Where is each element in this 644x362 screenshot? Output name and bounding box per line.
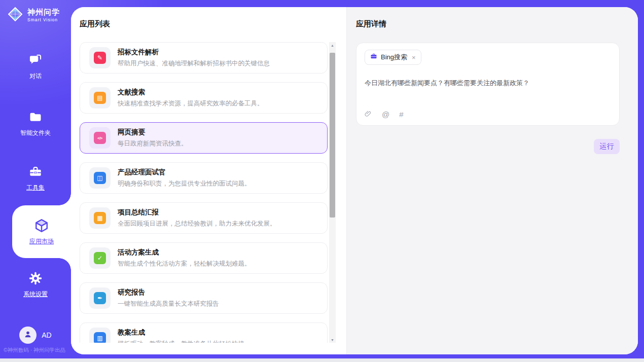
app-card-title: 项目总结汇报: [118, 208, 276, 217]
scroll-down-arrow-icon[interactable]: ▼: [329, 337, 336, 343]
app-list-scrollbar[interactable]: ▲ ▼: [329, 42, 336, 343]
book-icon: ▤: [89, 87, 111, 108]
app-detail-title: 应用详情: [356, 19, 620, 29]
app-card-desc: 模板驱动，教案秒成，教学准备从此轻松快捷: [118, 340, 244, 343]
app-card[interactable]: </> 网页摘要 每日政府新闻资讯快查。: [80, 122, 328, 154]
app-card-desc: 帮助用户快速、准确地理解和解析招标书中的关键信息: [118, 59, 270, 68]
app-card-title: 研究报告: [118, 288, 219, 297]
user-account[interactable]: AD: [0, 327, 71, 344]
sidebar-item-label: 应用市场: [29, 237, 54, 246]
app-card-desc: 明确身份和职责，为您提供专业性的面试问题。: [118, 179, 251, 188]
app-card[interactable]: ▤ 文献搜索 快速精准查找学术资源，提高研究效率的必备工具。: [80, 82, 328, 114]
app-card-title: 教案生成: [118, 328, 244, 337]
content-area: 应用列表 ✎ 招标文件解析 帮助用户快速、准确地理解和解析招标书中的关键信息 ▤…: [71, 7, 638, 354]
clipboard-check-icon: ✓: [89, 247, 111, 269]
app-card-title: 招标文件解析: [118, 48, 270, 57]
scrollbar-thumb[interactable]: [330, 53, 335, 218]
app-card[interactable]: ✒ 研究报告 一键智能生成高质量长文本研究报告: [80, 282, 328, 314]
avatar: [19, 327, 37, 344]
gear-icon: [28, 271, 43, 286]
sidebar-nav: 对话 智能文件夹 工具集 应用市场 系统设置: [0, 0, 71, 358]
app-card[interactable]: ◫ 产品经理面试官 明确身份和职责，为您提供专业性的面试问题。: [80, 162, 328, 194]
composer-toolbar: @ #: [365, 110, 611, 118]
app-list: ✎ 招标文件解析 帮助用户快速、准确地理解和解析招标书中的关键信息 ▤ 文献搜索…: [80, 42, 328, 343]
person-icon: [23, 329, 33, 341]
sidebar-item-label: 对话: [29, 72, 42, 81]
app-card-desc: 快速精准查找学术资源，提高研究效率的必备工具。: [118, 99, 264, 108]
app-card-title: 文献搜索: [118, 88, 264, 97]
query-input[interactable]: 今日湖北有哪些新闻要点？有哪些需要关注的最新政策？: [365, 79, 611, 88]
app-card-desc: 全面回顾项目进展，总结经验教训，助力未来优化发展。: [118, 220, 276, 228]
sidebar-item-label: 系统设置: [23, 290, 48, 299]
app-card-desc: 一键智能生成高质量长文本研究报告: [118, 300, 219, 308]
toolbox-icon: [28, 164, 43, 179]
cube-icon: [34, 218, 49, 233]
tool-tag-bing-search[interactable]: Bing搜索 ×: [365, 50, 421, 65]
briefcase-icon: [370, 53, 377, 62]
tool-tag-label: Bing搜索: [381, 53, 407, 62]
app-card-title: 网页摘要: [118, 128, 188, 137]
app-detail-panel: 应用详情 Bing搜索 × 今日湖北有哪些新闻要点？有哪些需要关注的最新政策？: [346, 7, 638, 354]
app-card-desc: 智能生成个性化活动方案，轻松解决规划难题。: [118, 260, 251, 268]
app-card-title: 产品经理面试官: [118, 168, 251, 177]
webpage-code-icon: </>: [89, 127, 111, 149]
hash-icon[interactable]: #: [399, 111, 403, 118]
app-card-desc: 每日政府新闻资讯快查。: [118, 139, 188, 148]
books-icon: ▥: [89, 328, 111, 343]
sidebar-item-folder[interactable]: 智能文件夹: [0, 110, 71, 137]
folder-icon: [28, 110, 43, 125]
composer-card: Bing搜索 × 今日湖北有哪些新闻要点？有哪些需要关注的最新政策？ @ #: [356, 43, 620, 126]
app-card-title: 活动方案生成: [118, 248, 251, 257]
copyright-footer: ©神州数码 · 神州问学出品: [4, 347, 65, 354]
app-card[interactable]: ✎ 招标文件解析 帮助用户快速、准确地理解和解析招标书中的关键信息: [80, 42, 328, 74]
user-label: AD: [42, 331, 51, 339]
attachment-icon[interactable]: [365, 110, 372, 118]
sidebar-item-toolbox[interactable]: 工具集: [0, 164, 71, 192]
close-icon[interactable]: ×: [412, 54, 416, 61]
sidebar: 神州问学 Smart Vision 对话 智能文件夹 工具集 应用市场 系统设置…: [0, 0, 71, 358]
interviewer-icon: ◫: [89, 167, 111, 189]
calendar-report-icon: ▦: [89, 207, 111, 229]
sidebar-item-cube[interactable]: 应用市场: [12, 205, 71, 258]
document-edit-icon: ✎: [89, 47, 111, 68]
scroll-up-arrow-icon[interactable]: ▲: [329, 42, 336, 48]
run-button[interactable]: 运行: [594, 139, 620, 154]
report-pen-icon: ✒: [89, 287, 111, 309]
sidebar-item-gear[interactable]: 系统设置: [0, 271, 71, 299]
sidebar-item-label: 工具集: [26, 184, 45, 192]
app-card[interactable]: ▦ 项目总结汇报 全面回顾项目进展，总结经验教训，助力未来优化发展。: [80, 202, 328, 234]
mention-icon[interactable]: @: [382, 111, 389, 118]
app-card[interactable]: ▥ 教案生成 模板驱动，教案秒成，教学准备从此轻松快捷: [80, 322, 328, 343]
sidebar-item-chat[interactable]: 对话: [0, 53, 71, 81]
app-card[interactable]: ✓ 活动方案生成 智能生成个性化活动方案，轻松解决规划难题。: [80, 242, 328, 274]
app-list-panel: 应用列表 ✎ 招标文件解析 帮助用户快速、准确地理解和解析招标书中的关键信息 ▤…: [71, 7, 346, 354]
sidebar-item-label: 智能文件夹: [20, 129, 51, 137]
chat-icon: [28, 53, 43, 68]
app-list-title: 应用列表: [80, 19, 110, 29]
